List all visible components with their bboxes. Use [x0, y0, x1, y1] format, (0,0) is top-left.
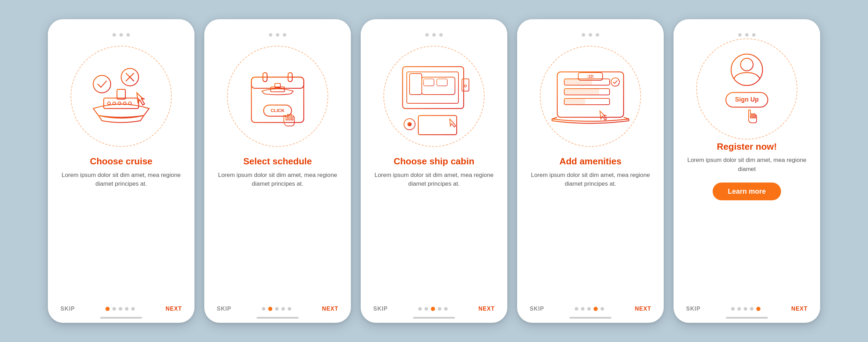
- status-dot: [738, 33, 742, 37]
- dot: [737, 307, 741, 311]
- phones-container: Choose cruise Lorem ipsum dolor sit dim …: [34, 5, 834, 337]
- phone-add-amenities: :10: Add amenities Lorem ipsum dolor sit…: [517, 19, 664, 323]
- illustration-amenities: :10:: [517, 39, 664, 150]
- dot: [575, 307, 578, 311]
- phone-body: Lorem ipsum dolor sit dim amet, mea regi…: [215, 171, 340, 188]
- dot: [750, 307, 753, 311]
- skip-button[interactable]: SKIP: [373, 306, 388, 312]
- phone-title: Register now!: [717, 141, 777, 152]
- dot: [119, 307, 122, 311]
- home-indicator: [726, 317, 768, 319]
- dot: [262, 307, 265, 311]
- status-dot: [112, 33, 116, 37]
- next-button[interactable]: NEXT: [635, 306, 651, 312]
- dot: [581, 307, 584, 311]
- phone-title: Choose cruise: [90, 156, 152, 167]
- status-bar-3: [361, 30, 507, 37]
- phone-bottom-4: SKIP NEXT: [517, 301, 664, 317]
- status-bar-5: [674, 30, 820, 37]
- dots-4: [575, 307, 604, 311]
- phone-choose-cabin: Choose ship cabin Lorem ipsum dolor sit …: [361, 19, 507, 323]
- next-button[interactable]: NEXT: [322, 306, 338, 312]
- illustration-cruise: [48, 39, 194, 150]
- home-indicator: [100, 317, 142, 319]
- phone-title: Choose ship cabin: [393, 156, 474, 167]
- phone-bottom-3: SKIP NEXT: [361, 301, 507, 317]
- dot-active: [594, 307, 598, 311]
- skip-button[interactable]: SKIP: [686, 306, 700, 312]
- status-dot: [752, 33, 756, 37]
- dot: [601, 307, 604, 311]
- phone-bottom-2: SKIP NEXT: [204, 301, 351, 317]
- dot-active: [756, 307, 760, 311]
- phone-title: Add amenities: [559, 156, 621, 167]
- dots-5: [731, 307, 760, 311]
- dots-2: [262, 307, 291, 311]
- status-dot: [126, 33, 130, 37]
- dot: [418, 307, 422, 311]
- dot: [131, 307, 135, 311]
- phone-body: Lorem ipsum dolor sit dim amet, mea regi…: [371, 171, 497, 188]
- dot: [444, 307, 448, 311]
- phone-title: Select schedule: [243, 156, 312, 167]
- status-dot: [589, 33, 592, 37]
- status-dot: [596, 33, 599, 37]
- dots-3: [418, 307, 448, 311]
- status-dot: [119, 33, 123, 37]
- dot: [744, 307, 747, 311]
- phone-select-schedule: CLICK Select schedule Lorem ipsum dolor …: [204, 19, 351, 323]
- illustration-cabin: [361, 39, 507, 150]
- status-dot: [269, 33, 272, 37]
- status-dot: [276, 33, 279, 37]
- status-dot: [439, 33, 443, 37]
- status-dot: [745, 33, 749, 37]
- home-indicator: [257, 317, 299, 319]
- phone-register-now: Sign Up Register now! Lorem ipsum dolor …: [674, 19, 820, 323]
- illustration-register: Sign Up: [674, 39, 820, 135]
- dot: [275, 307, 279, 311]
- next-button[interactable]: NEXT: [791, 306, 808, 312]
- phone-body: Lorem ipsum dolor sit dim amet, mea regi…: [528, 171, 653, 188]
- dot: [112, 307, 116, 311]
- phone-choose-cruise: Choose cruise Lorem ipsum dolor sit dim …: [48, 19, 194, 323]
- status-bar-1: [48, 30, 194, 37]
- status-dot: [283, 33, 286, 37]
- dot-active: [431, 307, 435, 311]
- skip-button[interactable]: SKIP: [217, 306, 231, 312]
- phone-bottom-1: SKIP NEXT: [48, 301, 194, 317]
- phone-body: Lorem ipsum dolor sit dim amet, mea regi…: [684, 156, 810, 173]
- skip-button[interactable]: SKIP: [60, 306, 75, 312]
- status-dot: [582, 33, 585, 37]
- dot: [125, 307, 128, 311]
- dot: [587, 307, 591, 311]
- next-button[interactable]: NEXT: [165, 306, 182, 312]
- learn-more-button[interactable]: Learn more: [713, 183, 781, 200]
- dot-active: [105, 307, 110, 311]
- illustration-schedule: CLICK: [204, 39, 351, 150]
- home-indicator: [413, 317, 455, 319]
- dot: [281, 307, 285, 311]
- home-indicator: [569, 317, 611, 319]
- next-button[interactable]: NEXT: [478, 306, 495, 312]
- phone-body: Lorem ipsum dolor sit dim amet, mea regi…: [58, 171, 184, 188]
- skip-button[interactable]: SKIP: [530, 306, 544, 312]
- dot: [731, 307, 735, 311]
- phone-bottom-5: SKIP NEXT: [674, 301, 820, 317]
- dot: [425, 307, 428, 311]
- dot: [288, 307, 291, 311]
- status-bar-2: [204, 30, 351, 37]
- dots-1: [105, 307, 135, 311]
- status-bar-4: [517, 30, 664, 37]
- dot: [438, 307, 441, 311]
- status-dot: [425, 33, 429, 37]
- dot-active: [268, 307, 272, 311]
- status-dot: [432, 33, 436, 37]
